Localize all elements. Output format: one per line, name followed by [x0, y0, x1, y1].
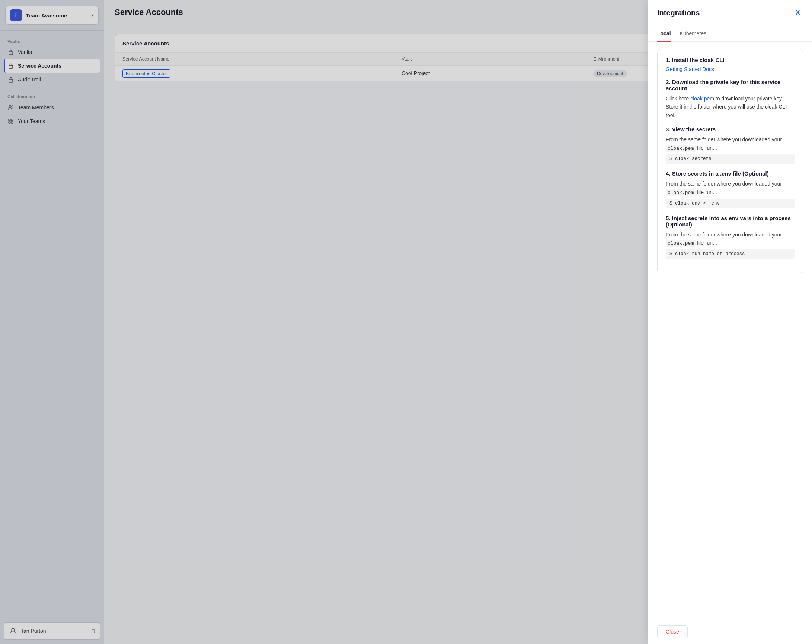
integrations-overlay: Integrations X Local Kubernetes 1. Insta… — [0, 0, 812, 644]
step-5-code-block: $ cloak run name-of-process — [666, 249, 795, 259]
step-4: 4. Store secrets in a .env file (Optiona… — [666, 170, 795, 208]
step-1-heading: 1. Install the cloak CLI — [666, 57, 795, 63]
step-2-heading: 2. Download the private key for this ser… — [666, 79, 795, 91]
getting-started-link[interactable]: Getting Started Docs — [666, 66, 714, 72]
step-4-text: From the same folder where you downloade… — [666, 181, 782, 195]
step-2: 2. Download the private key for this ser… — [666, 79, 795, 119]
step-5: 5. Inject secrets into as env vars into … — [666, 215, 795, 259]
step-2-text: Click here cloak.pem to download your pr… — [666, 96, 787, 118]
step-3: 3. View the secrets From the same folder… — [666, 126, 795, 164]
step-3-code-block: $ cloak secrets — [666, 154, 795, 164]
panel-title: Integrations — [657, 9, 700, 17]
cloak-pem-link[interactable]: cloak.pem — [690, 96, 714, 102]
close-footer-button[interactable]: Close — [657, 626, 688, 638]
panel-content-box: 1. Install the cloak CLI Getting Started… — [657, 49, 803, 273]
panel-body: 1. Install the cloak CLI Getting Started… — [648, 42, 812, 619]
step-5-heading: 5. Inject secrets into as env vars into … — [666, 215, 795, 228]
panel-tabs: Local Kubernetes — [648, 26, 812, 42]
step-5-text: From the same folder where you downloade… — [666, 231, 782, 246]
step-3-text: From the same folder where you downloade… — [666, 137, 782, 151]
tab-local[interactable]: Local — [657, 26, 671, 42]
tab-kubernetes[interactable]: Kubernetes — [680, 26, 707, 42]
step-1: 1. Install the cloak CLI Getting Started… — [666, 57, 795, 72]
integrations-panel: Integrations X Local Kubernetes 1. Insta… — [648, 0, 812, 644]
panel-footer: Close — [648, 619, 812, 644]
step-3-code-inline: cloak.pem — [666, 145, 696, 152]
step-4-heading: 4. Store secrets in a .env file (Optiona… — [666, 170, 795, 177]
step-3-heading: 3. View the secrets — [666, 126, 795, 132]
step-5-code-inline: cloak.pem — [666, 240, 696, 247]
step-4-code-inline: cloak.pem — [666, 189, 696, 196]
step-4-code-block: $ cloak env > .env — [666, 199, 795, 208]
panel-header: Integrations X — [648, 0, 812, 26]
panel-close-button[interactable]: X — [793, 8, 803, 18]
